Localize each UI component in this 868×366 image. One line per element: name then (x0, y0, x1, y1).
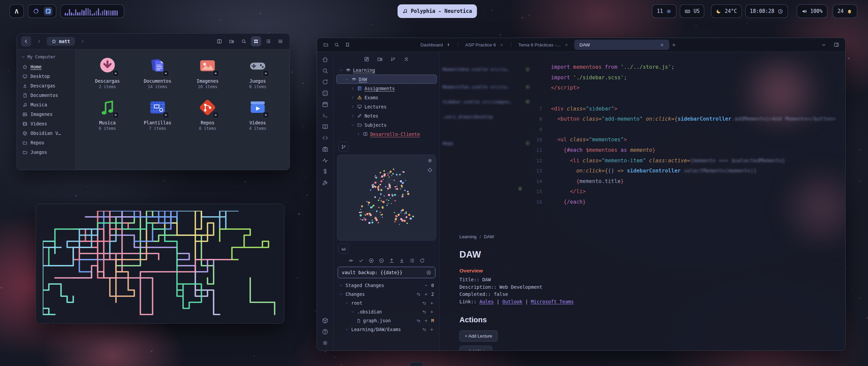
forward-button[interactable] (34, 36, 44, 46)
module-volume[interactable]: 100% (797, 4, 827, 18)
sidebar-item-home[interactable]: Home (17, 62, 75, 72)
ribbon-home-button[interactable] (322, 56, 329, 63)
ribbon-code-button[interactable] (322, 135, 329, 141)
folder-plus-button[interactable] (226, 36, 237, 46)
git-row-root[interactable]: root (336, 299, 437, 307)
search-button[interactable] (239, 36, 249, 46)
folder-item-juegos[interactable]: Juegos8 items (233, 56, 283, 89)
button-add-lecture[interactable]: + Add Lecture (459, 330, 498, 342)
tree-item-assignments[interactable]: Assignments (336, 84, 437, 93)
git-plus-circle-button[interactable] (369, 258, 374, 263)
ribbon-gear-button[interactable] (322, 340, 329, 346)
module-notifications[interactable]: 24 (833, 4, 857, 18)
toggle-right-sidebar-button[interactable] (832, 40, 841, 49)
git-minus-circle-button[interactable] (379, 258, 384, 263)
discard-icon[interactable] (422, 327, 427, 332)
ribbon-book-button[interactable] (322, 123, 329, 130)
ribbon-search-button[interactable] (322, 67, 329, 74)
chevron-down-icon[interactable] (345, 301, 349, 305)
menu-button[interactable] (275, 36, 285, 46)
ribbon-box-button[interactable] (322, 317, 329, 324)
new-tab-button[interactable] (669, 40, 679, 49)
module-keyboard-layout[interactable]: US (680, 4, 704, 18)
stage-icon[interactable] (430, 301, 434, 305)
clear-input-icon[interactable] (426, 270, 431, 275)
ribbon-refresh-button[interactable] (322, 79, 329, 85)
link-aules[interactable]: Aules (479, 299, 494, 304)
chevron-down-icon[interactable] (339, 68, 343, 72)
git-list-button[interactable] (409, 258, 415, 263)
sidebar-item-videos[interactable]: Videos (17, 119, 75, 128)
stage-icon[interactable] (424, 292, 428, 297)
breadcrumb-part[interactable]: DAW (484, 234, 494, 239)
ribbon-wrench-button[interactable] (322, 179, 329, 186)
close-tab-icon[interactable] (564, 43, 569, 47)
workspace-indicator-1[interactable] (32, 7, 40, 16)
sidebar-item-repos[interactable]: Repos (17, 138, 75, 147)
tree-item-exams[interactable]: Exams (336, 93, 437, 102)
chevron-down-icon[interactable] (345, 77, 349, 81)
chevron-right-icon[interactable] (351, 105, 355, 109)
link-outlook[interactable]: Outlook (502, 299, 522, 304)
sidebar-item-obsidian-v[interactable]: Obsidian V… (17, 128, 75, 138)
git-branch-button[interactable] (338, 142, 349, 152)
ribbon-camera-button[interactable] (322, 146, 329, 152)
breadcrumb[interactable]: matt (47, 37, 75, 46)
tree-item-subjects[interactable]: Subjects (336, 120, 437, 129)
chevron-right-icon[interactable] (351, 86, 355, 90)
discard-icon[interactable] (422, 310, 427, 314)
tree-item-notes[interactable]: Notes (336, 111, 437, 120)
tab-daw[interactable]: DAW (574, 40, 669, 50)
breadcrumb-part[interactable]: Learning (459, 234, 477, 239)
stage-icon[interactable] (430, 310, 434, 314)
now-playing-widget[interactable]: Polyphia - Neurotica (398, 4, 477, 18)
chevron-down-icon[interactable] (339, 292, 343, 296)
sidebar-item-musica[interactable]: Musica (17, 100, 75, 109)
collapse-button[interactable] (403, 56, 409, 62)
sidebar-item-imagenes[interactable]: Imagenes (17, 109, 75, 119)
folder-plus-button[interactable] (377, 56, 383, 62)
stage-icon[interactable] (424, 319, 428, 323)
workspace-indicator-2[interactable] (44, 7, 53, 16)
list-button[interactable] (263, 36, 273, 46)
folder-item-repos[interactable]: Repos6 items (183, 97, 233, 131)
tab-tema-6-pr-cticas[interactable]: Tema 6 Prácticas -… (513, 40, 574, 50)
git-row-obsidian[interactable]: .obsidian (336, 307, 437, 316)
git-row-staged-changes[interactable]: Staged Changes0 (336, 281, 437, 290)
sort-button[interactable] (390, 56, 396, 62)
ribbon-terminal-button[interactable] (322, 112, 329, 119)
edit-button[interactable] (364, 56, 370, 62)
bookmark-button[interactable] (343, 40, 352, 49)
chevron-right-icon[interactable] (351, 114, 355, 118)
sidebar-item-juegos[interactable]: Juegos (17, 147, 75, 157)
chevron-down-icon[interactable] (351, 123, 355, 127)
sidebar-item-desktop[interactable]: Desktop (17, 72, 75, 81)
tab-list-button[interactable] (819, 40, 828, 49)
dock-peek[interactable] (410, 362, 423, 366)
discard-icon[interactable] (422, 301, 427, 305)
grid-button[interactable] (251, 36, 261, 46)
tab-asp-practice-6[interactable]: ASP Practice 6 (460, 40, 509, 50)
folder-item-plantillas[interactable]: Plantillas7 items (133, 97, 183, 131)
git-check-button[interactable] (358, 258, 364, 263)
git-download-button[interactable] (399, 258, 405, 263)
search-button[interactable] (332, 40, 341, 49)
tree-item-desarrollo-cliente[interactable]: Desarrollo-Cliente (336, 129, 437, 139)
git-refresh-button[interactable] (419, 258, 425, 263)
discard-icon[interactable] (416, 292, 421, 297)
ribbon-dice-button[interactable] (322, 90, 329, 97)
chevron-down-icon[interactable] (345, 327, 349, 331)
sidebar-header[interactable]: My Computer (17, 52, 75, 62)
ribbon-dollar-button[interactable] (322, 168, 329, 175)
commit-message-input[interactable]: vault backup: {{date}} (338, 267, 435, 278)
button-add-note[interactable]: + Add Note (459, 346, 492, 350)
git-commit-button[interactable] (348, 258, 354, 263)
ribbon-calendar-button[interactable] (322, 101, 329, 108)
launcher-button[interactable]: Λ (9, 4, 24, 18)
chevron-right-icon[interactable] (351, 96, 355, 100)
ribbon-help-button[interactable] (322, 328, 329, 335)
chevron-down-icon[interactable] (351, 310, 355, 314)
local-graph-panel[interactable] (337, 155, 436, 241)
back-button[interactable] (21, 36, 31, 46)
folder-item-musica[interactable]: Musica6 items (82, 97, 133, 131)
